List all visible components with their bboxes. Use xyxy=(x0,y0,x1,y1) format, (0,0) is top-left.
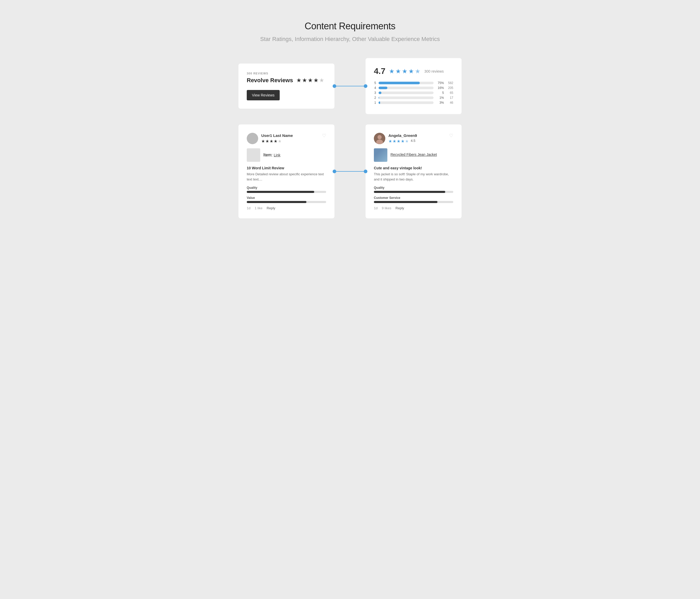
reviewer-header-right: Angela_Green9 ★ ★ ★ ★ ★ 4.5 xyxy=(374,133,453,144)
reviewer-stars-left: ★ ★ ★ ★ ★ xyxy=(261,139,293,144)
star-4: ★ xyxy=(314,77,319,84)
heart-icon-left[interactable]: ♡ xyxy=(322,133,326,138)
rating-count: 300 reviews xyxy=(424,69,444,73)
count-2: 17 xyxy=(446,96,453,100)
bar-fill-1 xyxy=(378,101,380,104)
item-link[interactable]: Link xyxy=(274,153,280,157)
connector-line-2 xyxy=(334,171,366,172)
metrics-right: Quality Customer Service xyxy=(374,186,453,203)
avatar-svg xyxy=(374,133,385,144)
product-thumbnail-right xyxy=(374,148,388,162)
review-quote-title: Cute and easy vintage look! xyxy=(374,166,453,170)
r-star-r3: ★ xyxy=(397,139,400,144)
blue-star-4: ★ xyxy=(408,68,414,75)
content-area: 300 REVIEWS Revolve Reviews ★ ★ ★ ★ ★ Vi… xyxy=(239,58,461,218)
reviews-count-label: 300 REVIEWS xyxy=(247,72,326,75)
count-1: 46 xyxy=(446,101,453,104)
product-link-row: Recycled Fibers Jean Jacket xyxy=(374,148,453,162)
star-3: ★ xyxy=(308,77,313,84)
level-2: 2 xyxy=(374,96,376,100)
pct-2: 1% xyxy=(435,96,444,100)
star-5-empty: ★ xyxy=(319,77,324,84)
reviewer-details-right: Angela_Green9 ★ ★ ★ ★ ★ 4.5 xyxy=(389,133,417,144)
bar-fill-3 xyxy=(378,92,381,94)
cs-label-right: Customer Service xyxy=(374,196,453,200)
footer-time-right: 1d xyxy=(374,206,377,210)
breakdown-row-5: 5 75% 582 xyxy=(374,81,453,85)
rating-value: 4.7 xyxy=(374,67,385,76)
avatar-right xyxy=(374,133,385,144)
blue-star-half: ★ xyxy=(415,68,421,75)
r-star-4: ★ xyxy=(274,139,277,144)
bar-bg-4 xyxy=(378,87,433,89)
r-star-r4: ★ xyxy=(401,139,404,144)
brand-stars: ★ ★ ★ ★ ★ xyxy=(296,77,324,84)
review-footer-right: 1d 9 likes Reply xyxy=(374,206,453,210)
star-2: ★ xyxy=(302,77,307,84)
blue-star-3: ★ xyxy=(402,68,407,75)
blue-star-1: ★ xyxy=(389,68,395,75)
row1-connector xyxy=(334,86,366,86)
generic-review-card: User1 Last Name ★ ★ ★ ★ ★ ♡ Item: xyxy=(239,125,334,218)
rating-num-right: 4.5 xyxy=(411,139,416,142)
page-header: Content Requirements Star Ratings, Infor… xyxy=(260,21,440,43)
rating-with-num: ★ ★ ★ ★ ★ 4.5 xyxy=(389,138,417,144)
level-1: 1 xyxy=(374,101,376,104)
bar-bg-2 xyxy=(378,97,433,99)
svg-point-1 xyxy=(377,135,382,139)
reviewer-info-right: Angela_Green9 ★ ★ ★ ★ ★ 4.5 xyxy=(374,133,417,144)
quality-bar-fill-left xyxy=(247,191,314,193)
r-star-5-empty: ★ xyxy=(278,139,281,144)
reviewer-stars-right: ★ ★ ★ ★ ★ xyxy=(389,139,409,144)
footer-likes-left: 1 like xyxy=(254,206,262,210)
item-link-row: Item: Link xyxy=(247,148,326,162)
username-left: User1 Last Name xyxy=(261,133,293,138)
reviewer-details-left: User1 Last Name ★ ★ ★ ★ ★ xyxy=(261,133,293,144)
r-star-r2: ★ xyxy=(393,139,396,144)
reply-button-left[interactable]: Reply xyxy=(267,206,275,210)
reply-button-right[interactable]: Reply xyxy=(395,206,404,210)
value-bar-bg-left xyxy=(247,201,326,203)
connector-line xyxy=(334,86,366,86)
connector-dot-right-2 xyxy=(364,170,367,173)
view-reviews-button[interactable]: View Reviews xyxy=(247,90,280,100)
pct-3: 5 xyxy=(435,91,444,95)
angela-review-card: Angela_Green9 ★ ★ ★ ★ ★ 4.5 xyxy=(366,125,461,218)
bar-bg-5 xyxy=(378,82,433,84)
breakdown-table: 5 75% 582 4 16% 205 xyxy=(374,81,453,104)
footer-time-left: 1d xyxy=(247,206,250,210)
product-name-link[interactable]: Recycled Fibers Jean Jacket xyxy=(391,153,437,157)
cs-bar-fill-right xyxy=(374,201,438,203)
r-star-1: ★ xyxy=(261,139,265,144)
breakdown-row-4: 4 16% 205 xyxy=(374,86,453,90)
pct-1: 3% xyxy=(435,101,444,104)
bar-fill-5 xyxy=(378,82,420,84)
blue-star-2: ★ xyxy=(395,68,401,75)
pct-4: 16% xyxy=(435,86,444,90)
rating-summary: 4.7 ★ ★ ★ ★ ★ 300 reviews xyxy=(374,67,453,76)
reviewer-header-left: User1 Last Name ★ ★ ★ ★ ★ ♡ xyxy=(247,133,326,144)
avatar-left xyxy=(247,133,258,144)
review-body-left: More Detailed review about specific expe… xyxy=(247,172,326,182)
heart-icon-right[interactable]: ♡ xyxy=(449,133,453,138)
pct-5: 75% xyxy=(435,81,444,85)
level-4: 4 xyxy=(374,86,376,90)
breakdown-row-1: 1 3% 46 xyxy=(374,101,453,104)
r-star-r1: ★ xyxy=(389,139,392,144)
bar-bg-3 xyxy=(378,92,433,94)
item-label: Item: Link xyxy=(263,153,280,157)
review-footer-left: 1d 1 like Reply xyxy=(247,206,326,210)
rating-breakdown-card: 4.7 ★ ★ ★ ★ ★ 300 reviews 5 75% xyxy=(366,58,461,114)
count-5: 582 xyxy=(446,81,453,85)
review-body-right: This jacket is so soft! Staple of my wor… xyxy=(374,172,453,182)
username-right: Angela_Green9 xyxy=(389,133,417,138)
bar-fill-2 xyxy=(378,97,379,99)
row-1: 300 REVIEWS Revolve Reviews ★ ★ ★ ★ ★ Vi… xyxy=(239,58,461,114)
r-star-3: ★ xyxy=(270,139,273,144)
bar-bg-1 xyxy=(378,101,433,104)
count-4: 205 xyxy=(446,86,453,90)
count-3: 65 xyxy=(446,91,453,95)
reviewer-info-left: User1 Last Name ★ ★ ★ ★ ★ xyxy=(247,133,293,144)
level-3: 3 xyxy=(374,91,376,95)
r-star-2: ★ xyxy=(266,139,269,144)
